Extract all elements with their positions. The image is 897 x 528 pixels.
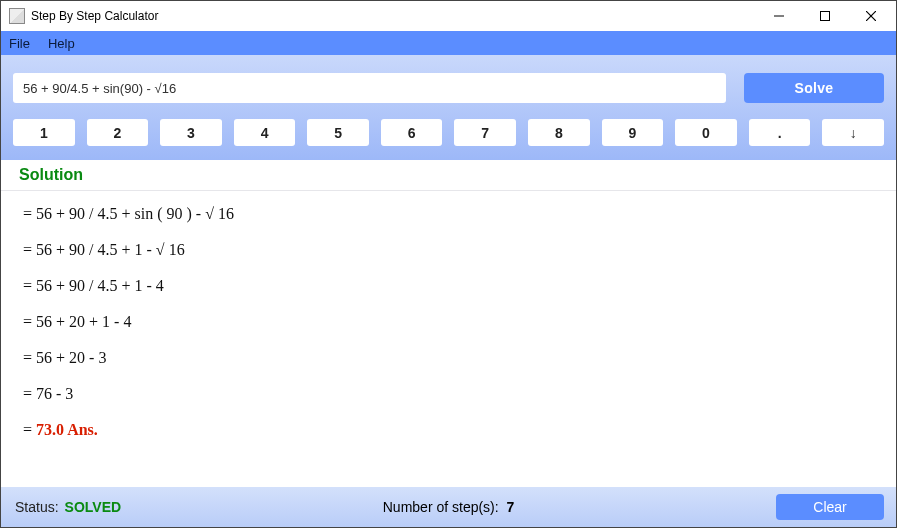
close-button[interactable] xyxy=(848,1,894,31)
maximize-button[interactable] xyxy=(802,1,848,31)
key-1[interactable]: 1 xyxy=(13,119,75,146)
answer-value: 73.0 Ans. xyxy=(36,421,98,438)
key-dot[interactable]: . xyxy=(749,119,811,146)
solution-step: = 56 + 90 / 4.5 + 1 - 4 xyxy=(23,277,896,295)
solution-steps: = 56 + 90 / 4.5 + sin ( 90 ) - √ 16 = 56… xyxy=(1,191,896,487)
solution-answer: = 73.0 Ans. xyxy=(23,421,896,439)
solution-step: = 76 - 3 xyxy=(23,385,896,403)
key-8[interactable]: 8 xyxy=(528,119,590,146)
steps-count-value: 7 xyxy=(507,499,515,515)
key-6[interactable]: 6 xyxy=(381,119,443,146)
solution-step: = 56 + 20 - 3 xyxy=(23,349,896,367)
minimize-button[interactable] xyxy=(756,1,802,31)
solution-step: = 56 + 90 / 4.5 + sin ( 90 ) - √ 16 xyxy=(23,205,896,223)
solution-step: = 56 + 20 + 1 - 4 xyxy=(23,313,896,331)
key-9[interactable]: 9 xyxy=(602,119,664,146)
menu-help[interactable]: Help xyxy=(48,36,75,51)
key-7[interactable]: 7 xyxy=(454,119,516,146)
status-value: SOLVED xyxy=(65,499,122,515)
key-3[interactable]: 3 xyxy=(160,119,222,146)
statusbar: Status: SOLVED Number of step(s): 7 Clea… xyxy=(1,487,896,527)
key-0[interactable]: 0 xyxy=(675,119,737,146)
steps-count-label: Number of step(s): 7 xyxy=(383,499,515,515)
key-5[interactable]: 5 xyxy=(307,119,369,146)
keypad: 1 2 3 4 5 6 7 8 9 0 . ↓ xyxy=(13,119,884,146)
app-icon xyxy=(9,8,25,24)
arrow-down-icon: ↓ xyxy=(850,125,857,141)
solution-header: Solution xyxy=(1,160,896,191)
menubar: File Help xyxy=(1,31,896,55)
solution-step: = 56 + 90 / 4.5 + 1 - √ 16 xyxy=(23,241,896,259)
key-2[interactable]: 2 xyxy=(87,119,149,146)
key-4[interactable]: 4 xyxy=(234,119,296,146)
input-panel: Solve 1 2 3 4 5 6 7 8 9 0 . ↓ xyxy=(1,55,896,160)
clear-button[interactable]: Clear xyxy=(776,494,884,520)
titlebar: Step By Step Calculator xyxy=(1,1,896,31)
window-title: Step By Step Calculator xyxy=(31,9,158,23)
status-label: Status: xyxy=(15,499,59,515)
solve-button[interactable]: Solve xyxy=(744,73,884,103)
solution-panel: Solution = 56 + 90 / 4.5 + sin ( 90 ) - … xyxy=(1,160,896,487)
key-down[interactable]: ↓ xyxy=(822,119,884,146)
menu-file[interactable]: File xyxy=(9,36,30,51)
svg-rect-1 xyxy=(821,12,830,21)
expression-input[interactable] xyxy=(13,73,726,103)
